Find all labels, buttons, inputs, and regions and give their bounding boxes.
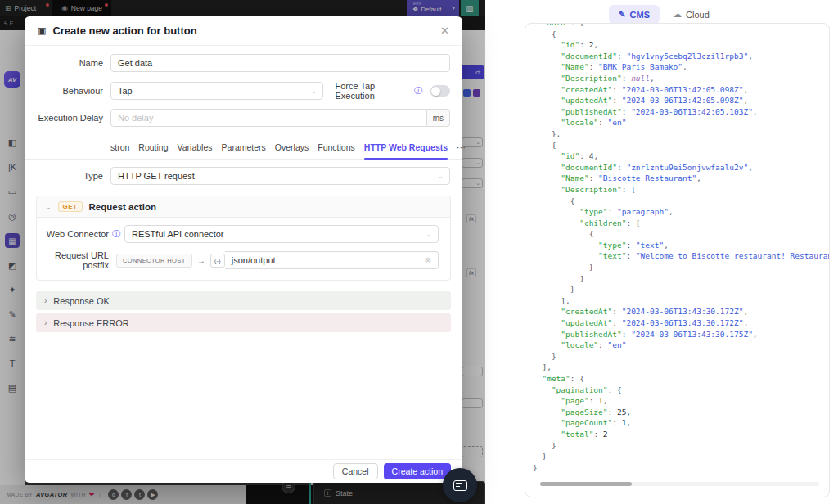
create-action-modal: ▣ Create new action for button ✕ Name Be… xyxy=(25,16,462,483)
tab-http-web-requests[interactable]: HTTP Web Requests xyxy=(364,142,448,159)
chevron-down-icon: ⌄ xyxy=(45,203,52,211)
create-action-button[interactable]: Create action xyxy=(384,463,451,479)
tab-functions[interactable]: Functions xyxy=(318,142,355,159)
name-label: Name xyxy=(25,58,103,68)
chat-bubble-icon xyxy=(453,480,467,491)
cancel-button[interactable]: Cancel xyxy=(333,463,378,479)
execution-delay-label: Execution Delay xyxy=(25,113,103,123)
pen-icon: ✎ xyxy=(619,10,625,19)
clear-icon[interactable]: ⊗ xyxy=(425,256,431,265)
request-action-section: ⌄ GET Request action Web Connector ⓘ RES… xyxy=(36,196,451,281)
modal-header: ▣ Create new action for button ✕ xyxy=(25,16,462,46)
type-label: Type xyxy=(25,171,103,181)
info-icon[interactable]: ⓘ xyxy=(112,228,120,240)
type-select[interactable]: HTTP GET request ⌄ xyxy=(110,167,450,185)
force-tap-label: Force Tap Execution xyxy=(335,81,410,101)
api-response-panel: ✎ CMS ☁ Cloud "data": [ { "id": 2, "docu… xyxy=(485,0,838,504)
chevron-right-icon: › xyxy=(44,318,47,327)
behaviour-label: Behaviour xyxy=(25,86,103,96)
info-icon[interactable]: ⓘ xyxy=(414,85,422,97)
tab-overflow[interactable]: ⋯ xyxy=(457,142,466,159)
web-connector-label: Web Connector xyxy=(37,229,109,239)
name-input[interactable] xyxy=(110,54,450,72)
cloud-button[interactable]: ☁ Cloud xyxy=(668,5,714,24)
request-action-header[interactable]: ⌄ GET Request action xyxy=(37,196,450,218)
modal-footer: Cancel Create action xyxy=(25,459,462,483)
response-error-section[interactable]: › Response ERROR xyxy=(36,313,451,332)
arrow-right-icon: → xyxy=(197,256,205,265)
modal-title: Create new action for button xyxy=(52,25,196,37)
action-tabs: stronRoutingVariablesParametersOverlaysF… xyxy=(25,137,462,160)
tab-parameters[interactable]: Parameters xyxy=(222,142,266,159)
json-response-viewer: "data": [ { "id": 2, "documentId": "hgv1… xyxy=(525,23,830,497)
url-postfix-input[interactable]: json/output ⊗ xyxy=(225,251,439,269)
ms-unit: ms xyxy=(427,109,450,127)
url-postfix-label: Request URL postfix xyxy=(37,250,109,270)
chat-button[interactable] xyxy=(443,468,477,502)
json-code: "data": [ { "id": 2, "documentId": "hgv1… xyxy=(525,23,829,473)
tab-variables[interactable]: Variables xyxy=(178,142,213,159)
tab-routing[interactable]: Routing xyxy=(138,142,168,159)
connector-host-chip: CONNECTOR HOST xyxy=(116,254,192,268)
cms-button[interactable]: ✎ CMS xyxy=(609,5,660,24)
horizontal-scrollbar[interactable] xyxy=(540,482,819,486)
response-ok-section[interactable]: › Response OK xyxy=(36,291,451,310)
scrollbar-thumb[interactable] xyxy=(540,482,632,486)
action-icon: ▣ xyxy=(38,25,46,36)
close-icon[interactable]: ✕ xyxy=(440,25,449,37)
chevron-right-icon: › xyxy=(44,296,47,305)
execution-delay-input[interactable] xyxy=(110,109,427,127)
chevron-down-icon: ⌄ xyxy=(311,87,318,95)
cloud-icon: ☁ xyxy=(673,9,682,20)
behaviour-select[interactable]: Tap ⌄ xyxy=(110,82,323,100)
chevron-down-icon: ⌄ xyxy=(437,172,444,180)
chevron-down-icon: ⌄ xyxy=(426,230,432,238)
tab-stron[interactable]: stron xyxy=(110,142,129,159)
web-connector-select[interactable]: RESTful API connector ⌄ xyxy=(124,225,439,243)
method-badge: GET xyxy=(58,201,83,212)
force-tap-toggle[interactable] xyxy=(430,85,450,97)
tab-overlays[interactable]: Overlays xyxy=(275,142,309,159)
binding-icon[interactable]: {-} xyxy=(210,254,225,268)
